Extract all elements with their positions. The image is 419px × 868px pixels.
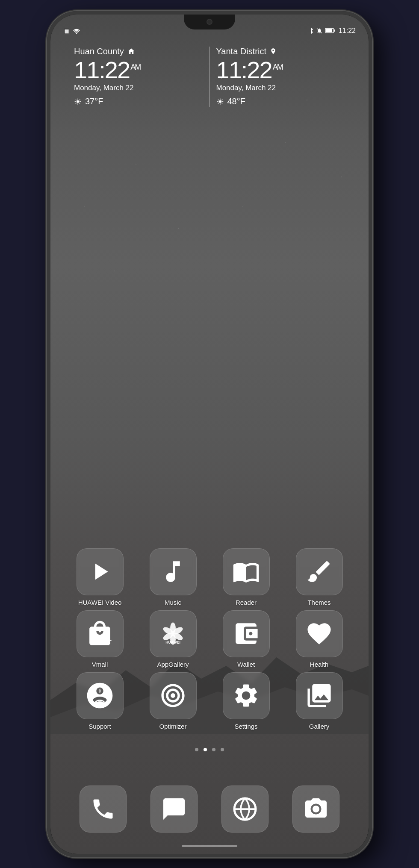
optimizer-icon xyxy=(150,672,197,719)
dock-messages[interactable] xyxy=(150,786,198,833)
app-gallery[interactable]: Gallery xyxy=(289,672,349,730)
app-grid: HUAWEI Video Music xyxy=(50,548,369,734)
right-time: 11:22AM xyxy=(216,58,345,82)
app-optimizer[interactable]: Optimizer xyxy=(143,672,203,730)
phone-icon xyxy=(90,796,116,822)
dot-1[interactable] xyxy=(195,748,198,751)
svg-point-0 xyxy=(76,33,77,34)
bluetooth-icon xyxy=(309,27,314,34)
camera-icon xyxy=(303,796,329,822)
app-row-1: HUAWEI Video Music xyxy=(50,548,369,606)
left-date: Monday, March 22 xyxy=(74,84,203,92)
wifi-icon xyxy=(73,29,80,34)
music-icon xyxy=(150,548,197,595)
sun-icon-left: ☀ xyxy=(74,97,82,107)
gallery-label: Gallery xyxy=(309,723,330,730)
mute-icon xyxy=(316,28,322,34)
appgallery-icon: HUAWEI xyxy=(150,610,197,657)
appgallery-label: AppGallery xyxy=(157,661,189,668)
app-appgallery[interactable]: HUAWEI AppGallery xyxy=(143,610,203,668)
support-icon xyxy=(77,672,124,719)
health-icon xyxy=(296,610,343,657)
app-reader[interactable]: Reader xyxy=(216,548,276,606)
svg-rect-3 xyxy=(334,29,335,32)
left-temp: ☀ 37°F xyxy=(74,97,203,107)
left-city: Huan County xyxy=(74,47,203,56)
reader-label: Reader xyxy=(236,599,257,606)
themes-icon xyxy=(296,548,343,595)
svg-text:HUAWEI: HUAWEI xyxy=(165,640,180,644)
optimizer-label: Optimizer xyxy=(159,723,186,730)
volume-up-button[interactable] xyxy=(47,177,48,228)
right-date: Monday, March 22 xyxy=(216,84,345,92)
music-label: Music xyxy=(165,599,181,606)
status-left: 🔲 xyxy=(63,28,80,35)
wallet-icon xyxy=(223,610,270,657)
app-wallet[interactable]: Wallet xyxy=(216,610,276,668)
svg-text:VMALL: VMALL xyxy=(92,636,112,642)
notch xyxy=(184,15,235,29)
weather-widget: Huan County 11:22AM Monday, March 22 ☀ 3… xyxy=(68,42,351,111)
app-settings[interactable]: Settings xyxy=(216,672,276,730)
settings-icon xyxy=(223,672,270,719)
right-temp: ☀ 48°F xyxy=(216,97,345,107)
dot-4[interactable] xyxy=(221,748,224,751)
dot-3[interactable] xyxy=(212,748,215,751)
svg-rect-4 xyxy=(325,29,332,32)
messages-icon xyxy=(161,796,187,822)
dot-2[interactable] xyxy=(204,748,207,751)
app-row-3: Support Optimizer xyxy=(50,672,369,730)
page-dots xyxy=(50,748,369,751)
browser-icon xyxy=(232,796,258,822)
app-health[interactable]: Health xyxy=(289,610,349,668)
svg-point-14 xyxy=(171,693,175,698)
app-support[interactable]: Support xyxy=(70,672,130,730)
vmall-icon: VMALL xyxy=(77,610,124,657)
left-time: 11:22AM xyxy=(74,58,203,82)
status-time: 11:22 xyxy=(339,27,356,35)
screen: 🔲 xyxy=(50,15,369,854)
app-music[interactable]: Music xyxy=(143,548,203,606)
huawei-video-icon xyxy=(77,548,124,595)
phone-frame: 🔲 xyxy=(47,11,372,857)
sun-icon-right: ☀ xyxy=(216,97,224,107)
front-camera xyxy=(207,19,212,25)
home-indicator[interactable] xyxy=(182,845,237,847)
wallet-label: Wallet xyxy=(237,661,255,668)
app-huawei-video[interactable]: HUAWEI Video xyxy=(70,548,130,606)
support-label: Support xyxy=(89,723,111,730)
app-themes[interactable]: Themes xyxy=(289,548,349,606)
health-label: Health xyxy=(310,661,328,668)
dock-phone[interactable] xyxy=(80,786,127,833)
huawei-video-label: HUAWEI Video xyxy=(78,599,122,606)
home-icon xyxy=(127,47,135,55)
weather-left: Huan County 11:22AM Monday, March 22 ☀ 3… xyxy=(68,42,210,111)
dock-camera[interactable] xyxy=(292,786,339,833)
status-right: 11:22 xyxy=(309,27,356,35)
weather-right: Yanta District 11:22AM Monday, March 22 … xyxy=(210,42,352,111)
dock xyxy=(68,786,351,833)
right-city: Yanta District xyxy=(216,47,345,56)
volume-down-button[interactable] xyxy=(47,241,48,275)
app-vmall[interactable]: VMALL Vmall xyxy=(70,610,130,668)
themes-label: Themes xyxy=(307,599,330,606)
app-row-2: VMALL Vmall xyxy=(50,610,369,668)
battery-icon xyxy=(325,28,335,33)
location-icon xyxy=(270,48,277,55)
gallery-icon xyxy=(296,672,343,719)
dock-browser[interactable] xyxy=(221,786,269,833)
reader-icon xyxy=(223,548,270,595)
sim-icon: 🔲 xyxy=(63,28,70,35)
vmall-label: Vmall xyxy=(92,661,108,668)
settings-label: Settings xyxy=(234,723,257,730)
